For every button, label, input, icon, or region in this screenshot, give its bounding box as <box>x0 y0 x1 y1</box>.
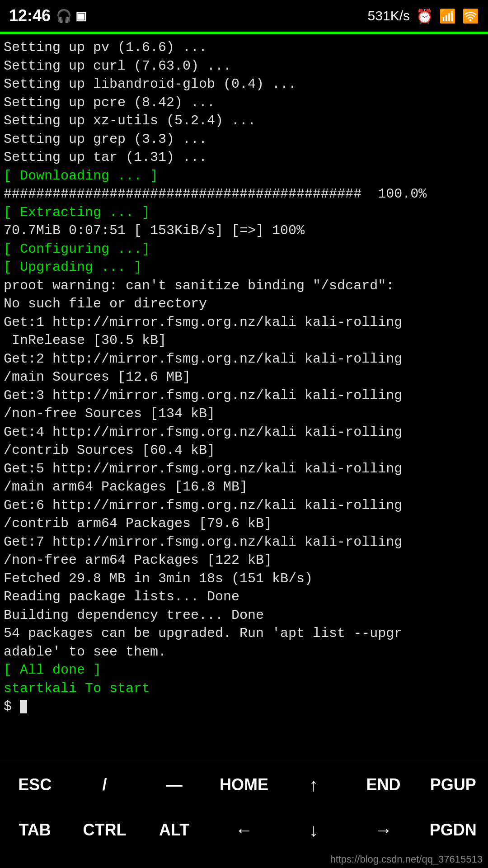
terminal-line: /non-free arm64 Packages [122 kB] <box>4 551 484 570</box>
clock-icon: ⏰ <box>416 8 433 24</box>
terminal-line: Building dependency tree... Done <box>4 606 484 625</box>
status-bar: 12:46 🎧 ▣ 531K/s ⏰ 📶 🛜 <box>0 0 488 32</box>
key-ctrl[interactable]: CTRL <box>70 821 139 840</box>
key-home[interactable]: HOME <box>209 775 279 794</box>
terminal-line: Setting up pv (1.6.6) ... <box>4 38 484 57</box>
terminal-line: InRelease [30.5 kB] <box>4 331 484 350</box>
terminal-line: Setting up grep (3.3) ... <box>4 130 484 149</box>
terminal-line: 70.7MiB 0:07:51 [ 153KiB/s] [=>] 100% <box>4 222 484 240</box>
key-alt[interactable]: ALT <box>140 821 209 840</box>
key-pgdn[interactable]: PGDN <box>418 821 488 840</box>
key-left[interactable]: ← <box>209 820 279 840</box>
terminal-cursor <box>20 700 27 713</box>
status-right: 531K/s ⏰ 📶 🛜 <box>368 8 479 24</box>
terminal-line: /non-free Sources [134 kB] <box>4 405 484 423</box>
key-right[interactable]: → <box>348 820 418 840</box>
terminal-line: startkali To start <box>4 679 484 698</box>
key-esc[interactable]: ESC <box>0 775 70 794</box>
terminal-line: Get:6 http://mirror.fsmg.org.nz/kali kal… <box>4 496 484 515</box>
terminal-line: [ Upgrading ... ] <box>4 258 484 277</box>
key-tab[interactable]: TAB <box>0 821 70 840</box>
wifi-icon: 🛜 <box>462 8 479 24</box>
terminal-line: /contrib Sources [60.4 kB] <box>4 441 484 460</box>
terminal[interactable]: Setting up pv (1.6.6) ...Setting up curl… <box>0 34 488 762</box>
terminal-line: Get:3 http://mirror.fsmg.org.nz/kali kal… <box>4 387 484 405</box>
key-down[interactable]: ↓ <box>279 820 348 840</box>
terminal-line: proot warning: can't sanitize binding "/… <box>4 277 484 295</box>
terminal-line: adable' to see them. <box>4 643 484 661</box>
terminal-line: [ Extracting ... ] <box>4 203 484 222</box>
keyboard-row-1: ESC / — HOME ↑ END PGUP <box>0 762 488 807</box>
terminal-line: Setting up xz-utils (5.2.4) ... <box>4 112 484 130</box>
terminal-line: Get:7 http://mirror.fsmg.org.nz/kali kal… <box>4 533 484 552</box>
terminal-line: Setting up libandroid-glob (0.4) ... <box>4 75 484 94</box>
terminal-line: /main Sources [12.6 MB] <box>4 368 484 387</box>
key-slash[interactable]: / <box>70 775 139 794</box>
headphone-icon: 🎧 <box>56 9 72 24</box>
terminal-line: Setting up curl (7.63.0) ... <box>4 57 484 75</box>
signal-icon: 📶 <box>439 8 456 24</box>
terminal-line: No such file or directory <box>4 295 484 313</box>
terminal-line: Setting up tar (1.31) ... <box>4 148 484 167</box>
terminal-line: 54 packages can be upgraded. Run 'apt li… <box>4 624 484 643</box>
terminal-line: Get:2 http://mirror.fsmg.org.nz/kali kal… <box>4 350 484 368</box>
terminal-line: Get:4 http://mirror.fsmg.org.nz/kali kal… <box>4 423 484 442</box>
terminal-line: /main arm64 Packages [16.8 MB] <box>4 478 484 496</box>
screen-icon: ▣ <box>75 9 87 23</box>
key-dash[interactable]: — <box>140 775 209 794</box>
key-up[interactable]: ↑ <box>279 775 348 795</box>
bottom-url: https://blog.csdn.net/qq_37615513 <box>0 853 488 868</box>
terminal-line: ########################################… <box>4 185 484 203</box>
status-icons: 🎧 ▣ <box>56 9 87 24</box>
terminal-line: Fetched 29.8 MB in 3min 18s (151 kB/s) <box>4 570 484 588</box>
terminal-line: $ <box>4 698 484 716</box>
terminal-line: Get:1 http://mirror.fsmg.org.nz/kali kal… <box>4 313 484 332</box>
terminal-line: Reading package lists... Done <box>4 588 484 606</box>
network-speed: 531K/s <box>368 8 410 24</box>
keyboard-row-2: TAB CTRL ALT ← ↓ → PGDN <box>0 807 488 853</box>
key-pgup[interactable]: PGUP <box>418 775 488 794</box>
terminal-line: /contrib arm64 Packages [79.6 kB] <box>4 514 484 533</box>
keyboard-bar: ESC / — HOME ↑ END PGUP TAB CTRL ALT ← ↓… <box>0 762 488 853</box>
terminal-line: [ All done ] <box>4 661 484 679</box>
status-left: 12:46 🎧 ▣ <box>9 6 87 25</box>
terminal-line: Setting up pcre (8.42) ... <box>4 94 484 112</box>
terminal-line: [ Downloading ... ] <box>4 167 484 185</box>
terminal-line: Get:5 http://mirror.fsmg.org.nz/kali kal… <box>4 460 484 478</box>
terminal-line: [ Configuring ...] <box>4 240 484 259</box>
time-display: 12:46 <box>9 6 51 25</box>
key-end[interactable]: END <box>348 775 418 794</box>
